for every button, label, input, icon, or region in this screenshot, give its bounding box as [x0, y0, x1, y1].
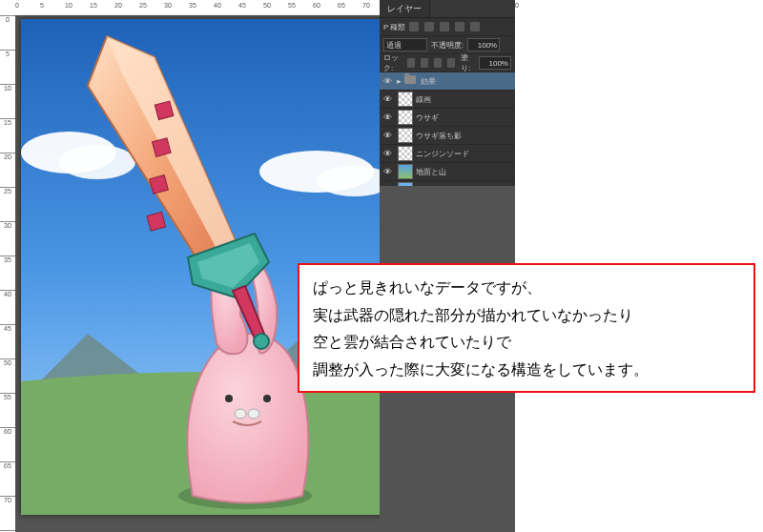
ruler-tick: 30 — [164, 2, 172, 9]
ruler-tick: 60 — [0, 427, 15, 435]
svg-point-8 — [225, 395, 233, 402]
ruler-tick: 25 — [139, 2, 147, 9]
svg-rect-13 — [153, 138, 172, 157]
annotation-line: 空と雲が結合されていたりで — [313, 329, 740, 357]
layer-name[interactable]: 効果 — [421, 76, 515, 87]
ruler-tick: 55 — [288, 2, 296, 9]
svg-rect-15 — [147, 212, 166, 231]
ruler-tick: 70 — [0, 496, 15, 503]
layer-name[interactable]: ウサギ落ち影 — [416, 131, 515, 141]
lock-row: ロック: 塗り: — [380, 54, 515, 72]
chevron-right-icon[interactable]: ▸ — [397, 76, 402, 86]
folder-icon — [404, 75, 416, 84]
layer-thumbnail — [398, 146, 413, 161]
filter-shape-icon[interactable] — [455, 22, 464, 31]
layer-thumbnail — [398, 92, 413, 107]
annotation-line: 実は武器の隠れた部分が描かれていなかったり — [313, 302, 740, 330]
layers-panel: レイヤー P 種類 不透明度: ロック: 塗り: 👁▸効果👁線画👁ウサギ👁ウサギ… — [380, 0, 515, 186]
visibility-toggle-icon[interactable]: 👁 — [380, 76, 395, 86]
ruler-tick: 45 — [0, 324, 15, 332]
layer-row[interactable]: 👁▸効果 — [380, 72, 515, 91]
layer-row[interactable]: 👁ウサギ落ち影 — [380, 127, 515, 145]
lock-position-icon[interactable] — [434, 58, 442, 68]
filter-row: P 種類 — [380, 18, 515, 36]
ruler-tick: 50 — [0, 358, 15, 366]
kind-label: P 種類 — [383, 22, 405, 32]
visibility-toggle-icon[interactable]: 👁 — [380, 94, 395, 104]
ruler-tick: 0 — [15, 2, 19, 9]
layer-name[interactable]: 地面と山 — [416, 167, 515, 177]
layer-name[interactable]: 線画 — [416, 94, 515, 105]
lock-all-icon[interactable] — [447, 58, 455, 68]
visibility-toggle-icon[interactable]: 👁 — [380, 113, 395, 122]
annotation-callout: ぱっと見きれいなデータですが、 実は武器の隠れた部分が描かれていなかったり 空と… — [298, 263, 755, 393]
svg-point-2 — [59, 145, 135, 179]
svg-rect-14 — [150, 175, 169, 194]
ruler-tick: 5 — [0, 50, 15, 57]
layer-thumbnail — [398, 128, 413, 143]
ruler-tick: 40 — [214, 2, 221, 9]
lock-pixels-icon[interactable] — [421, 58, 428, 68]
tab-layers[interactable]: レイヤー — [380, 0, 430, 17]
fill-label: 塗り: — [461, 52, 475, 73]
panel-tabs: レイヤー — [380, 0, 515, 18]
ruler-tick: 40 — [0, 290, 15, 297]
ruler-tick: 10 — [0, 84, 15, 92]
lock-transparent-icon[interactable] — [407, 58, 415, 68]
blend-mode-select[interactable] — [383, 38, 427, 51]
layer-name[interactable]: ウサギ — [416, 113, 515, 123]
ruler-tick: 10 — [65, 2, 72, 9]
filter-pixel-icon[interactable] — [409, 22, 419, 31]
ruler-tick: 50 — [263, 2, 271, 9]
annotation-line: 調整が入った際に大変になる構造をしています。 — [313, 357, 740, 384]
opacity-label: 不透明度: — [431, 40, 464, 51]
filter-adjust-icon[interactable] — [424, 22, 434, 31]
layer-list: 👁▸効果👁線画👁ウサギ👁ウサギ落ち影👁ニンジンソード👁地面と山👁空 — [380, 72, 515, 199]
ruler-tick: 15 — [90, 2, 97, 9]
visibility-toggle-icon[interactable]: 👁 — [380, 131, 395, 140]
layer-row[interactable]: 👁地面と山 — [380, 163, 515, 181]
layer-row[interactable]: 👁線画 — [380, 91, 515, 109]
ruler-tick: 25 — [0, 187, 15, 194]
ruler-tick: 0 — [0, 15, 15, 23]
annotation-line: ぱっと見きれいなデータですが、 — [313, 275, 740, 302]
layer-row[interactable]: 👁ニンジンソード — [380, 145, 515, 163]
opacity-input[interactable] — [467, 38, 500, 51]
ruler-tick: 70 — [362, 2, 370, 9]
layer-name[interactable]: ニンジンソード — [416, 149, 515, 159]
visibility-toggle-icon[interactable]: 👁 — [380, 167, 395, 176]
svg-point-11 — [248, 409, 259, 419]
ruler-tick: 45 — [238, 2, 246, 9]
ruler-tick: 35 — [189, 2, 196, 9]
ruler-tick: 35 — [0, 256, 15, 263]
ruler-tick: 15 — [0, 118, 15, 126]
ruler-tick: 65 — [338, 2, 345, 9]
layer-thumbnail — [398, 110, 413, 125]
lock-label: ロック: — [383, 52, 403, 73]
ruler-tick: 60 — [313, 2, 320, 9]
svg-rect-12 — [155, 101, 174, 120]
ruler-tick: 55 — [0, 393, 15, 400]
svg-point-16 — [254, 334, 269, 349]
ruler-vertical: 051015202530354045505560657075 — [0, 0, 16, 532]
svg-point-10 — [235, 409, 246, 419]
filter-type-icon[interactable] — [440, 22, 449, 31]
ruler-tick: 20 — [0, 153, 15, 160]
ruler-tick: 5 — [40, 2, 44, 9]
fill-input[interactable] — [479, 56, 511, 70]
layer-thumbnail — [398, 164, 413, 179]
ruler-tick: 30 — [0, 221, 15, 229]
svg-point-9 — [263, 395, 271, 402]
filter-smart-icon[interactable] — [470, 22, 480, 31]
ruler-tick: 20 — [114, 2, 122, 9]
layer-row[interactable]: 👁ウサギ — [380, 109, 515, 127]
visibility-toggle-icon[interactable]: 👁 — [380, 149, 395, 158]
ruler-tick: 65 — [0, 461, 15, 469]
